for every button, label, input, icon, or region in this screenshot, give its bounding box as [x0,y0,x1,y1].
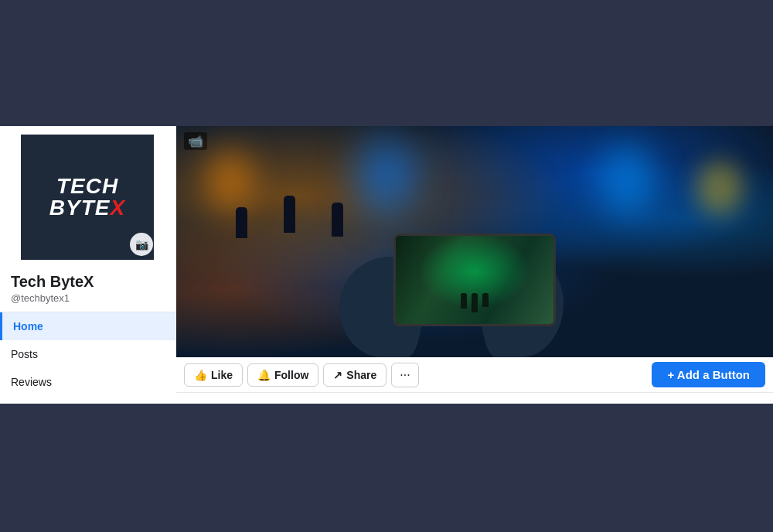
page-name: Tech ByteX [0,268,176,292]
logo-x: X [111,196,126,220]
figure-1 [236,207,247,238]
nav-menu: Home Posts Reviews [0,312,176,396]
cover-scene [176,126,773,357]
nav-item-posts[interactable]: Posts [0,340,176,368]
logo-text-bytex: BYTEX [49,197,125,219]
main-content: 📹 [176,126,773,404]
top-background [0,0,773,126]
figure-3 [332,203,343,237]
light-4 [696,161,743,215]
phone-device [393,234,556,326]
light-2 [356,138,417,215]
action-bar: 👍 Like 🔔 Follow ↗ Share ··· + Add a Butt… [176,357,773,393]
nav-item-home[interactable]: Home [0,312,176,340]
phone-figure-1 [461,293,467,309]
figure-2 [284,196,295,233]
sidebar: TECH BYTEX 📷 Tech ByteX @techbytex1 Home… [0,126,176,404]
profile-pic-container: TECH BYTEX 📷 [19,132,158,262]
nav-item-reviews[interactable]: Reviews [0,368,176,396]
nav-link-home[interactable]: Home [0,312,176,340]
cover-photo: 📹 [176,126,773,357]
like-button[interactable]: 👍 Like [184,363,243,387]
more-label: ··· [400,368,410,381]
share-icon: ↗ [333,369,342,381]
follow-icon: 🔔 [257,369,271,381]
light-1 [206,149,253,211]
profile-logo: TECH BYTEX [38,164,137,230]
follow-button[interactable]: 🔔 Follow [247,363,318,387]
logo-text-tech: TECH [49,176,125,197]
page-wrapper: TECH BYTEX 📷 Tech ByteX @techbytex1 Home… [0,126,773,404]
add-button-label: + Add a Button [667,368,750,381]
follow-label: Follow [274,369,308,381]
phone-figure-3 [482,293,489,307]
share-label: Share [346,369,376,381]
phone-figure-2 [472,293,478,312]
add-button-cta[interactable]: + Add a Button [652,362,765,387]
phone-screen [396,236,553,324]
camera-icon[interactable]: 📷 [130,233,153,256]
page-handle: @techbytex1 [0,292,176,312]
share-button[interactable]: ↗ Share [323,363,386,387]
below-page-background [0,404,773,532]
like-icon: 👍 [194,369,207,381]
phone-stage-figures [461,293,489,312]
nav-link-reviews[interactable]: Reviews [0,368,176,396]
more-button[interactable]: ··· [391,363,418,387]
nav-link-posts[interactable]: Posts [0,340,176,368]
light-3 [600,145,654,214]
like-label: Like [211,369,233,381]
